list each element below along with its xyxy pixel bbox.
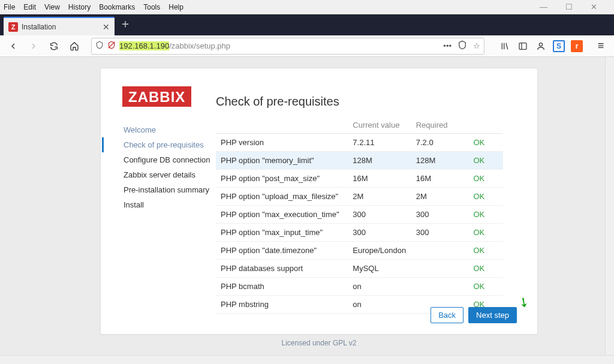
th-status [469,117,504,134]
url-bar[interactable]: 192.168.1.190/zabbix/setup.php ••• ☆ [91,38,484,55]
tab-title: Installation [22,23,56,31]
page-vscroll[interactable] [605,57,614,355]
scroll-up-icon[interactable]: ▲ [503,117,512,125]
menu-history[interactable]: History [68,3,91,11]
step-4[interactable]: Pre-installation summary [124,182,216,197]
back-step-button[interactable]: Back [431,307,463,323]
urlbar-right: ••• ☆ [443,40,480,52]
cell-status: OK [469,152,504,170]
menu-button[interactable]: ≡ [592,40,609,52]
cell-name: PHP option "memory_limit" [216,152,348,170]
cell-status: OK [469,170,504,188]
table-row: PHP version7.2.117.2.0OK [216,134,503,152]
cell-current: Europe/London [348,242,411,260]
menu-file[interactable]: File [4,3,15,11]
cell-current: on [348,296,411,314]
cell-current: 2M [348,188,411,206]
cell-current: 300 [348,224,411,242]
table-row: PHP option "post_max_size"16M16MOK [216,170,503,188]
table-row: PHP option "date.timezone"Europe/LondonO… [216,242,503,260]
setup-steps: WelcomeCheck of pre-requisitesConfigure … [122,122,216,323]
table-row: PHP option "max_execution_time"300300OK [216,206,503,224]
scroll-thumb[interactable] [504,125,511,182]
setup-card: ZABBIX WelcomeCheck of pre-requisitesCon… [100,68,538,335]
library-icon[interactable] [499,40,511,52]
table-row: PHP option "max_input_time"300300OK [216,224,503,242]
cell-name: PHP option "upload_max_filesize" [216,188,348,206]
cell-status: OK [469,278,504,296]
insecure-icon[interactable] [107,41,116,51]
home-button[interactable] [66,38,83,55]
menu-help[interactable]: Help [168,3,183,11]
sidebar-icon[interactable] [517,40,529,52]
th-required: Required [411,117,469,134]
account-icon[interactable] [535,40,547,52]
step-1[interactable]: Check of pre-requisites [124,137,216,152]
reload-button[interactable] [46,38,62,55]
cell-name: PHP mbstring [216,296,348,314]
license-text: Licensed under GPL v2 [100,339,538,347]
cell-required [411,278,469,296]
cell-current: 128M [348,152,411,170]
cell-name: PHP databases support [216,260,348,278]
cell-status: OK [469,206,504,224]
menu-view[interactable]: View [44,3,60,11]
close-window-icon[interactable]: ✕ [591,2,597,11]
minimize-icon[interactable]: — [540,2,547,11]
svg-rect-4 [519,43,526,49]
page-title: Check of pre-requisites [216,95,512,109]
th-current: Current value [348,117,411,134]
window-controls: — ☐ ✕ [540,2,610,11]
menu-edit[interactable]: Edit [23,3,36,11]
cell-required: 300 [411,206,469,224]
step-5[interactable]: Install [124,197,216,212]
next-step-button[interactable]: Next step [468,307,517,323]
step-2[interactable]: Configure DB connection [124,152,216,167]
cell-required [411,242,469,260]
back-button[interactable] [5,38,22,55]
cell-status: OK [469,188,504,206]
step-3[interactable]: Zabbix server details [124,167,216,182]
tabstrip: Z Installation ✕ ＋ [0,14,614,35]
cell-name: PHP option "date.timezone" [216,242,348,260]
svg-point-6 [539,43,542,46]
tab-installation[interactable]: Z Installation ✕ [4,17,115,35]
cell-status: OK [469,260,504,278]
viewport: ZABBIX WelcomeCheck of pre-requisitesCon… [0,57,614,364]
page-actions-icon[interactable]: ••• [443,41,452,50]
menu-bookmarks[interactable]: Bookmarks [99,3,135,11]
shield-icon[interactable] [95,41,104,51]
tab-close-icon[interactable]: ✕ [103,22,110,32]
cell-required: 16M [411,170,469,188]
menubar: File Edit View History Bookmarks Tools H… [0,0,614,14]
cell-required: 300 [411,224,469,242]
cell-name: PHP version [216,134,348,152]
reader-icon[interactable] [458,40,467,52]
ext-icon-r[interactable]: r [571,40,583,52]
cell-current: 7.2.11 [348,134,411,152]
cell-required: 2M [411,188,469,206]
cell-current: 300 [348,206,411,224]
cell-current: 16M [348,170,411,188]
table-row: PHP bcmathonOK [216,278,503,296]
table-scrollbar[interactable]: ▲ ▼ [503,117,512,323]
cell-current: on [348,278,411,296]
footer-buttons: Back Next step [431,307,517,323]
ext-icon-s[interactable]: S [553,40,565,52]
toolbar: 192.168.1.190/zabbix/setup.php ••• ☆ S r… [0,35,614,57]
bookmark-star-icon[interactable]: ☆ [473,41,480,50]
cell-name: PHP option "max_execution_time" [216,206,348,224]
maximize-icon[interactable]: ☐ [565,2,573,11]
page-hscroll[interactable] [0,355,614,364]
step-0[interactable]: Welcome [124,122,216,137]
menu-tools[interactable]: Tools [143,3,160,11]
toolbar-right-icons: S r [499,40,583,52]
forward-button[interactable] [25,38,42,55]
tab-favicon: Z [8,22,18,32]
cell-name: PHP option "max_input_time" [216,224,348,242]
cell-required [411,260,469,278]
url-text: 192.168.1.190/zabbix/setup.php [119,41,230,50]
new-tab-button[interactable]: ＋ [119,16,131,35]
zabbix-logo: ZABBIX [122,86,191,107]
table-row: PHP option "upload_max_filesize"2M2MOK [216,188,503,206]
